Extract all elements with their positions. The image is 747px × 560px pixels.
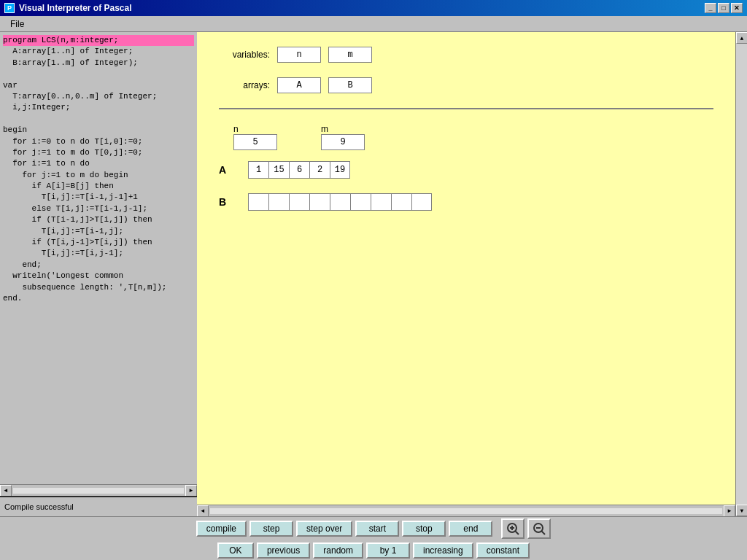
constant-button[interactable]: constant [476, 542, 530, 559]
viz-scroll-down[interactable]: ▼ [736, 505, 747, 516]
array-a-cell: 2 [309, 161, 330, 179]
arrays-section: arrays: A B [219, 77, 713, 93]
viz-area: variables: n m arrays: A B n [197, 32, 747, 516]
title-bar: P Visual Interpreter of Pascal _ □ ✕ [0, 0, 747, 16]
arrays-label: arrays: [219, 80, 270, 90]
status-message: Compile successful [4, 502, 74, 511]
compile-button[interactable]: compile [196, 521, 247, 537]
scroll-right-button[interactable]: ► [185, 485, 197, 497]
viz-content: variables: n m arrays: A B n [197, 32, 735, 505]
step-button[interactable]: step [249, 521, 293, 537]
viz-scroll-right[interactable]: ► [724, 505, 735, 517]
zoom-out-button[interactable] [527, 518, 551, 539]
random-button[interactable]: random [313, 542, 363, 559]
n-label: n [233, 124, 277, 134]
m-label: m [321, 124, 365, 134]
var-m-box: m [328, 47, 372, 63]
step-over-button[interactable]: step over [296, 521, 352, 537]
maximize-button[interactable]: □ [718, 3, 729, 13]
main-content: program LCS(n,m:integer; A:array[1..n] o… [0, 32, 747, 516]
buttons-row-1: compile step step over start stop end [196, 518, 551, 539]
title-left: P Visual Interpreter of Pascal [4, 3, 132, 13]
close-button[interactable]: ✕ [731, 3, 743, 13]
viz-scroll-up[interactable]: ▲ [736, 32, 747, 44]
code-scrollbar-horizontal: ◄ ► [0, 484, 197, 496]
start-button[interactable]: start [355, 521, 399, 537]
viz-scroll-track-v[interactable] [736, 44, 747, 505]
window-title: Visual Interpreter of Pascal [19, 3, 132, 13]
end-button[interactable]: end [449, 521, 492, 537]
m-section: m 9 [321, 124, 365, 150]
array-b-cell [411, 193, 432, 211]
array-a-cell: 1 [248, 161, 268, 179]
array-a-cell: 19 [330, 161, 350, 179]
array-a-cell: 15 [268, 161, 289, 179]
svg-line-1 [515, 531, 519, 534]
zoom-in-button[interactable] [501, 518, 525, 539]
viz-scroll-left[interactable]: ◄ [197, 505, 209, 517]
viz-scrollbar-horizontal: ◄ ► [197, 505, 735, 516]
arr-a-box: A [277, 77, 321, 93]
array-b-cell [248, 193, 268, 211]
title-controls: _ □ ✕ [705, 3, 743, 13]
menu-bar: File [0, 16, 747, 32]
bottom-buttons: compile step step over start stop end [0, 516, 747, 560]
array-a-label: A [219, 164, 241, 176]
stop-button[interactable]: stop [402, 521, 446, 537]
minimize-button[interactable]: _ [705, 3, 716, 13]
viz-scroll-track-h[interactable] [210, 508, 722, 514]
array-b-cell [330, 193, 350, 211]
previous-button[interactable]: previous [257, 542, 310, 559]
viz-panel: variables: n m arrays: A B n [197, 32, 735, 516]
array-b-cell [371, 193, 391, 211]
array-b-cell [391, 193, 411, 211]
array-a-cells: 1156219 [248, 161, 350, 179]
by1-button[interactable]: by 1 [366, 542, 410, 559]
array-b-cell [309, 193, 330, 211]
variables-label: variables: [219, 50, 270, 60]
status-area: Compile successful [0, 496, 197, 516]
separator [219, 108, 713, 109]
buttons-row-2: OK previous random by 1 increasing const… [217, 542, 530, 559]
svg-line-5 [541, 531, 545, 534]
app-icon: P [4, 3, 15, 13]
n-section: n 5 [233, 124, 277, 150]
array-b-cell [268, 193, 289, 211]
n-value-box: 5 [233, 134, 277, 150]
left-panel: program LCS(n,m:integer; A:array[1..n] o… [0, 32, 197, 516]
array-b-cell [350, 193, 371, 211]
menu-file[interactable]: File [4, 18, 30, 31]
code-lines: program LCS(n,m:integer; A:array[1..n] o… [3, 35, 194, 304]
ok-button[interactable]: OK [217, 542, 254, 559]
scroll-track-h[interactable] [13, 488, 184, 494]
code-editor[interactable]: program LCS(n,m:integer; A:array[1..n] o… [0, 32, 197, 484]
viz-scrollbar-vertical: ▲ ▼ [735, 32, 747, 516]
array-a-cell: 6 [289, 161, 309, 179]
increasing-button[interactable]: increasing [413, 542, 473, 559]
array-b-row: B [219, 193, 713, 211]
array-b-label: B [219, 196, 241, 208]
m-value-box: 9 [321, 134, 365, 150]
var-n-box: n [277, 47, 321, 63]
zoom-area [501, 518, 551, 539]
right-panel: variables: n m arrays: A B n [197, 32, 747, 516]
array-b-cells [248, 193, 432, 211]
array-b-cell [289, 193, 309, 211]
scroll-left-button[interactable]: ◄ [0, 485, 12, 497]
arr-b-box: B [328, 77, 372, 93]
variables-section: variables: n m [219, 47, 713, 63]
array-a-row: A 1156219 [219, 161, 713, 179]
